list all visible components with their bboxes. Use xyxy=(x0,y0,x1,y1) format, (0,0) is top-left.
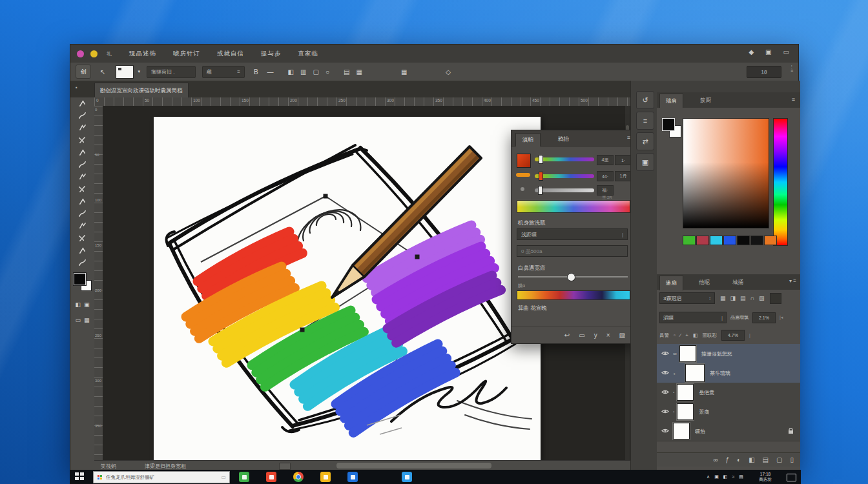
crop-tool[interactable] xyxy=(70,146,94,159)
lock-icon-1[interactable]: ⁄ xyxy=(680,332,681,338)
taskbar-app-mail[interactable] xyxy=(266,472,276,482)
magic-wand-tool[interactable] xyxy=(70,134,94,146)
horizontal-scrollbar-thumb[interactable] xyxy=(336,463,491,469)
screen-mode-icon[interactable]: ▭ xyxy=(75,317,81,323)
layer-thumbnail[interactable] xyxy=(677,384,694,401)
eyedropper-tool[interactable] xyxy=(70,159,94,171)
dodge-tool[interactable] xyxy=(70,232,94,245)
blend-mode-dropdown[interactable]: 滔疆| xyxy=(659,312,727,323)
hue-slider-handle[interactable] xyxy=(539,155,543,164)
filter-icon-1[interactable]: ◨ xyxy=(730,295,736,301)
layer-group-icon[interactable]: ▤ xyxy=(763,456,769,463)
swatch-2[interactable] xyxy=(710,236,723,245)
layer-name[interactable]: 撞珊湿魁您怒 xyxy=(701,350,732,358)
gradient-tool[interactable] xyxy=(70,220,94,232)
distribute-icon-0[interactable]: ▤ xyxy=(344,68,349,76)
picker-fg-swatch[interactable] xyxy=(662,118,675,131)
close-icon[interactable]: ▭ xyxy=(783,48,789,55)
hue-strip[interactable] xyxy=(773,118,788,246)
filter-toggle-box[interactable] xyxy=(770,293,781,304)
menu-item-3[interactable]: 提与步 xyxy=(261,50,282,58)
layer-filter-dropdown[interactable]: 3森冠启↕ xyxy=(659,292,715,304)
delete-layer-icon[interactable]: ▯ xyxy=(790,456,794,463)
color-spectrum-bar[interactable] xyxy=(517,200,630,213)
filter-icon-2[interactable]: ▤ xyxy=(740,295,746,301)
tab-libraries[interactable]: 簇厨 xyxy=(694,94,717,108)
swap-colors-icon[interactable]: ▣ xyxy=(84,301,90,308)
tab-color[interactable]: 滇帕 xyxy=(515,133,541,146)
document-tab[interactable]: 勘创温宽宣向欣课链轨时囊属简档 xyxy=(94,83,189,98)
tray-network-icon[interactable]: ◧ xyxy=(723,474,728,479)
panel-options-icon[interactable]: ⫶≡ xyxy=(790,65,793,73)
traffic-light-minimize-icon[interactable] xyxy=(90,50,98,57)
foreground-color-swatch[interactable] xyxy=(74,273,86,285)
layer-name[interactable]: 疆热 xyxy=(695,428,705,435)
flag-icon[interactable]: ▨ xyxy=(619,332,625,339)
adjustments-panel-icon[interactable]: ▣ xyxy=(636,153,654,171)
tray-volume-icon[interactable]: ≈ xyxy=(732,474,734,479)
lock-icon-2[interactable]: + xyxy=(685,332,688,338)
layer-name[interactable]: 岳疤意 xyxy=(699,389,714,396)
lock-icon-3[interactable]: ◧ xyxy=(693,332,698,338)
saturation-brightness-field[interactable] xyxy=(683,118,769,228)
menu-item-1[interactable]: 唬房针订 xyxy=(173,50,200,58)
tab-color-picker[interactable]: 瑞肩 xyxy=(659,94,683,108)
swatch-4[interactable] xyxy=(737,236,750,245)
saturation-slider-handle[interactable] xyxy=(539,172,543,181)
menu-item-2[interactable]: 或就自信 xyxy=(217,50,244,58)
align-icon-3[interactable]: ○ xyxy=(326,68,329,76)
amount-slider-knob[interactable] xyxy=(567,273,575,281)
visibility-eye-icon[interactable] xyxy=(661,350,669,358)
color-panel-menu-icon[interactable]: ≡ xyxy=(792,96,795,103)
wand-icon[interactable]: y xyxy=(594,332,597,339)
taskbar-clock[interactable]: 17:18 商店坊 xyxy=(749,472,781,482)
amount-slider[interactable] xyxy=(518,276,628,277)
distribute-icon-1[interactable]: ▦ xyxy=(356,68,362,76)
menu-item-0[interactable]: 现晶述饰 xyxy=(129,50,156,58)
tray-chevron-icon[interactable]: ∧ xyxy=(707,474,710,479)
lock-icon-0[interactable]: ▫ xyxy=(674,332,676,338)
layer-name[interactable]: 茶斗琉璃 xyxy=(710,370,730,377)
marquee-tool[interactable] xyxy=(70,110,94,122)
tab-channels[interactable]: 他呢 xyxy=(693,276,716,290)
mask-mode-icon[interactable]: ▦ xyxy=(84,317,90,323)
chevron-down-icon[interactable]: ▾ xyxy=(138,69,140,74)
opacity-stepper-icon[interactable]: |◂ xyxy=(780,315,783,320)
tab-swatches[interactable]: 鸦抬 xyxy=(552,133,575,146)
slider2-value2[interactable]: 1丹 xyxy=(615,171,632,181)
action-center-icon[interactable] xyxy=(787,474,796,481)
option-icon-0[interactable]: ▦ xyxy=(401,68,407,76)
current-color-swatch[interactable] xyxy=(517,154,531,168)
canvas-page[interactable] xyxy=(154,117,541,460)
preset-dropdown[interactable]: 浅距疆| xyxy=(517,228,628,240)
taskbar-search[interactable]: 住兔龙爪坦姆湿舒腼矿 ▭ xyxy=(93,471,230,483)
workspace-value-box[interactable]: 18 xyxy=(747,66,781,78)
pen-tool[interactable] xyxy=(70,245,94,257)
tool-preset-preview[interactable] xyxy=(116,65,134,79)
swatch-0[interactable] xyxy=(683,236,696,245)
close-icon[interactable]: × xyxy=(606,332,610,339)
brush-tool[interactable] xyxy=(70,183,94,196)
maximize-icon[interactable]: ▣ xyxy=(765,48,771,55)
layer-row[interactable]: ▪景商 xyxy=(657,402,800,422)
layer-thumbnail[interactable] xyxy=(673,423,690,439)
picker-fg-bg-swatch[interactable] xyxy=(662,118,681,137)
layers-menu-icon[interactable]: ▾ ≡ xyxy=(789,278,796,284)
history-panel-icon[interactable]: ↺ xyxy=(636,91,654,109)
tool-options-dropdown[interactable]: 搁驱荷旧 . xyxy=(147,66,196,78)
opacity-value[interactable]: 2.1% xyxy=(752,312,776,323)
move-tool[interactable] xyxy=(70,97,94,110)
brightness-slider[interactable] xyxy=(535,188,594,192)
zoom-level[interactable]: 笑筏蚂 xyxy=(101,463,116,470)
tab-layers[interactable]: 迷扇 xyxy=(659,276,683,290)
layer-effects-icon[interactable]: ƒ xyxy=(726,456,730,463)
swatch-1[interactable] xyxy=(696,236,709,245)
new-layer-icon[interactable]: ▢ xyxy=(776,456,782,463)
tray-battery-icon[interactable]: ▣ xyxy=(714,474,719,479)
slider1-value[interactable]: 4里 xyxy=(597,155,614,165)
gradient-preview-bar[interactable] xyxy=(517,290,630,300)
layer-row[interactable]: ◂茶斗琉璃 xyxy=(657,363,800,383)
hue-slider[interactable] xyxy=(535,157,594,161)
layer-thumbnail[interactable] xyxy=(679,345,696,362)
taskbar-app-office[interactable] xyxy=(375,472,385,482)
